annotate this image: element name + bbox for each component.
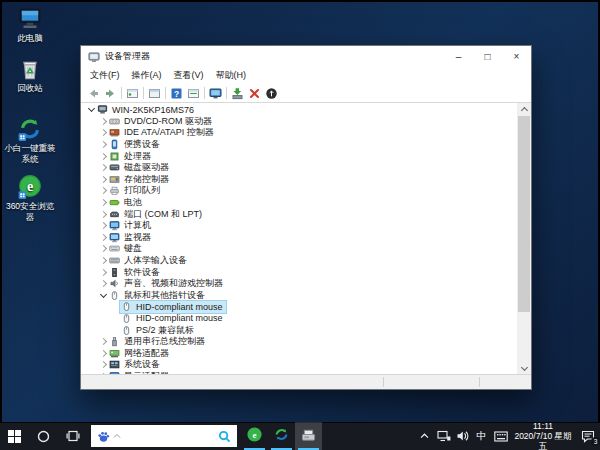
tree-item[interactable]: 人体学输入设备 xyxy=(81,255,517,267)
desktop-icon-this-pc[interactable]: 此电脑 xyxy=(2,6,58,44)
properties-window-button[interactable] xyxy=(185,86,202,101)
tree-item[interactable]: 系统设备 xyxy=(81,359,517,371)
tree-item[interactable]: 打印队列 xyxy=(81,185,517,197)
tree-expander-collapsed-icon[interactable] xyxy=(98,177,108,182)
tree-expander-collapsed-icon[interactable] xyxy=(98,212,108,217)
console-tree-button[interactable] xyxy=(124,86,141,101)
notification-badge: 3 xyxy=(591,437,600,446)
taskbar-search-box[interactable] xyxy=(91,425,237,447)
360-browser-icon: e xyxy=(246,426,263,447)
taskbar-apps: e xyxy=(241,422,322,450)
minimize-button[interactable]: – xyxy=(444,46,473,67)
hidden-icons-chevron-icon[interactable] xyxy=(415,422,434,450)
tree-expander-collapsed-icon[interactable] xyxy=(98,223,108,228)
taskbar-app-xiaobai-reinstall[interactable] xyxy=(268,422,295,450)
desktop-icon-label: 360安全浏览 xyxy=(2,201,58,212)
taskbar-app-360-browser[interactable]: e xyxy=(241,422,268,450)
tree-expander-collapsed-icon[interactable] xyxy=(98,258,108,263)
action-center-button[interactable]: 3 xyxy=(576,422,600,450)
tree-item[interactable]: 软件设备 xyxy=(81,266,517,278)
search-input[interactable] xyxy=(121,430,218,442)
tree-item[interactable]: 磁盘驱动器 xyxy=(81,162,517,174)
menu-item[interactable]: 操作(A) xyxy=(126,69,168,82)
device-manager-icon xyxy=(88,51,105,63)
tree-expander-collapsed-icon[interactable] xyxy=(98,165,108,170)
task-view-icon xyxy=(66,430,80,442)
tree-item[interactable]: 键盘 xyxy=(81,243,517,255)
maximize-button[interactable]: □ xyxy=(473,46,502,67)
tree-item[interactable]: 便携设备 xyxy=(81,139,517,151)
this-pc-icon xyxy=(2,6,58,32)
tree-item[interactable]: HID-compliant mouse xyxy=(81,313,517,325)
mouse-icon xyxy=(121,313,133,324)
menu-item[interactable]: 文件(F) xyxy=(84,69,126,82)
tree-item[interactable]: 通用串行总线控制器 xyxy=(81,336,517,348)
cortana-button[interactable] xyxy=(29,422,58,450)
desktop-icon-label: 器 xyxy=(2,212,58,223)
tree-item[interactable]: PS/2 兼容鼠标 xyxy=(81,324,517,336)
tree-item-label: HID-compliant mouse xyxy=(136,313,223,323)
tree-expander-collapsed-icon[interactable] xyxy=(98,351,108,356)
status-divider xyxy=(383,377,384,387)
tree-expander-collapsed-icon[interactable] xyxy=(98,281,108,286)
touch-keyboard-icon[interactable] xyxy=(491,422,510,450)
tree-expander-collapsed-icon[interactable] xyxy=(98,362,108,367)
tree-expander-collapsed-icon[interactable] xyxy=(98,339,108,344)
tree-item[interactable]: HID-compliant mouse xyxy=(81,301,517,313)
sound-controller-icon xyxy=(109,278,121,289)
task-view-button[interactable] xyxy=(58,422,87,450)
mouse-icon xyxy=(109,290,121,301)
desktop-icon-360-browser[interactable]: e 360安全浏览器 xyxy=(2,174,58,222)
ports-icon xyxy=(109,209,121,220)
console-window-button[interactable] xyxy=(146,86,163,101)
forward-button[interactable] xyxy=(102,86,119,101)
tree-expander-collapsed-icon[interactable] xyxy=(98,119,108,124)
usb-controller-icon xyxy=(109,336,121,347)
menu-item[interactable]: 帮助(H) xyxy=(210,69,253,82)
tree-expander-collapsed-icon[interactable] xyxy=(98,142,108,147)
menu-item[interactable]: 查看(V) xyxy=(168,69,210,82)
taskbar-clock[interactable]: 11:11 2020/7/10 星期五 xyxy=(511,421,575,450)
battery-icon xyxy=(109,197,121,208)
ime-indicator[interactable]: 中 xyxy=(472,422,491,450)
tree-item[interactable]: 存储控制器 xyxy=(81,174,517,186)
tree-expander-collapsed-icon[interactable] xyxy=(98,270,108,275)
scroll-up-arrow-icon[interactable] xyxy=(517,103,531,115)
tree-expander-collapsed-icon[interactable] xyxy=(98,130,108,135)
scroll-down-arrow-icon[interactable] xyxy=(517,362,531,374)
tree-item[interactable]: IDE ATA/ATAPI 控制器 xyxy=(81,127,517,139)
tree-item[interactable]: 端口 (COM 和 LPT) xyxy=(81,208,517,220)
tree-item[interactable]: 电池 xyxy=(81,197,517,209)
tree-expander-collapsed-icon[interactable] xyxy=(98,188,108,193)
vertical-scrollbar[interactable] xyxy=(517,103,531,374)
monitor-icon xyxy=(109,232,121,243)
tree-item[interactable]: 声音、视频和游戏控制器 xyxy=(81,278,517,290)
tree-item[interactable]: 处理器 xyxy=(81,150,517,162)
tree-expander-collapsed-icon[interactable] xyxy=(98,246,108,251)
tree-expander-expanded-icon[interactable] xyxy=(86,108,96,111)
tree-item[interactable]: 网络适配器 xyxy=(81,347,517,359)
tree-expander-expanded-icon[interactable] xyxy=(98,294,108,297)
desktop-icon-xiaobai-reinstall[interactable]: 小白一键重装系统 xyxy=(2,116,58,164)
tree-item[interactable]: 计算机 xyxy=(81,220,517,232)
volume-icon[interactable] xyxy=(453,422,472,450)
update-driver-button[interactable] xyxy=(229,86,246,101)
tree-expander-collapsed-icon[interactable] xyxy=(98,235,108,240)
scrollbar-thumb[interactable] xyxy=(518,116,530,312)
help-button[interactable]: ? xyxy=(168,86,185,101)
start-button[interactable] xyxy=(0,422,29,450)
scan-hardware-button[interactable] xyxy=(263,86,280,101)
network-icon[interactable] xyxy=(434,422,453,450)
tree-item[interactable]: WIN-2K5KP16MS76 xyxy=(81,104,517,116)
uninstall-device-button[interactable] xyxy=(246,86,263,101)
desktop-icon-recycle-bin[interactable]: 回收站 xyxy=(2,56,58,94)
tree-item[interactable]: DVD/CD-ROM 驱动器 xyxy=(81,116,517,128)
tree-expander-collapsed-icon[interactable] xyxy=(98,154,108,159)
computer-monitor-button[interactable] xyxy=(207,86,224,101)
tree-expander-collapsed-icon[interactable] xyxy=(98,200,108,205)
tree-item[interactable]: 监视器 xyxy=(81,232,517,244)
tree-item[interactable]: 鼠标和其他指针设备 xyxy=(81,290,517,302)
taskbar-app-device-manager[interactable] xyxy=(295,422,322,450)
close-button[interactable]: × xyxy=(502,46,531,67)
back-button[interactable] xyxy=(85,86,102,101)
